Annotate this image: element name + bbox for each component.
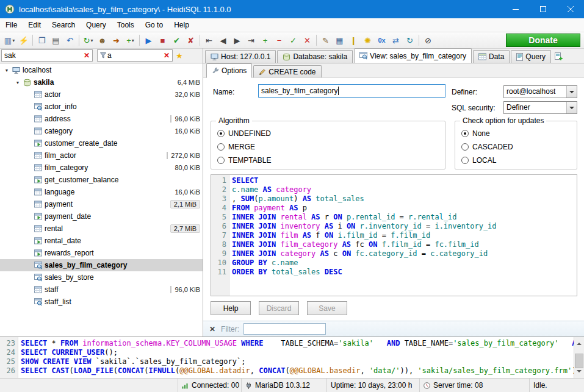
disconnect-button[interactable]: ⚡ <box>16 34 31 48</box>
text-filter-input[interactable]: a✕ <box>97 49 173 62</box>
close-filter-icon[interactable]: ✕ <box>208 325 217 333</box>
combo-arrow-icon[interactable] <box>566 102 577 113</box>
discard-button[interactable]: Discard <box>259 301 299 315</box>
save-button[interactable]: Save <box>307 301 347 315</box>
tree-expanded-icon[interactable]: ▼ <box>2 68 11 73</box>
tree-item-localhost[interactable]: ▼localhost <box>0 64 203 76</box>
stop-button[interactable]: ■ <box>156 34 170 48</box>
tree-item-get-customer-balance[interactable]: get_customer_balance <box>0 174 203 186</box>
tree-item-sales-by-film-category[interactable]: sales_by_film_category <box>0 259 203 271</box>
close-button[interactable] <box>557 0 584 18</box>
tree-item-rental-date[interactable]: rental_date <box>0 235 203 247</box>
tree-item-customer-create-date[interactable]: customer_create_date <box>0 137 203 149</box>
subtab-create-code[interactable]: CREATE code <box>253 65 321 77</box>
minimize-button[interactable] <box>502 0 529 18</box>
tree-expanded-icon[interactable]: ▼ <box>13 80 22 85</box>
tree-item-address[interactable]: address96,0 KiB <box>0 113 203 125</box>
edit-button[interactable]: ✎ <box>319 34 333 48</box>
post-button[interactable]: ✓ <box>286 34 300 48</box>
menu-query[interactable]: Query <box>81 18 112 32</box>
radio-temptable[interactable]: TEMPTABLE <box>217 156 271 165</box>
editor-filter-input[interactable] <box>243 323 326 335</box>
menu-file[interactable]: File <box>0 18 23 32</box>
menu-tools[interactable]: Tools <box>112 18 140 32</box>
menu-help[interactable]: Help <box>168 18 195 32</box>
last-record-button[interactable]: ⇥ <box>244 34 258 48</box>
view-icon <box>34 262 42 269</box>
view-body-sql-editor[interactable]: 1SELECT2c.name AS category3, SUM(p.amoun… <box>211 174 577 296</box>
tree-item-sales-by-store[interactable]: sales_by_store <box>0 271 203 283</box>
tree-item-staff-list[interactable]: staff_list <box>0 296 203 308</box>
insert-record-button[interactable]: + <box>258 34 272 48</box>
clear-filter-icon[interactable]: ✕ <box>162 51 171 60</box>
tree-item-staff[interactable]: staff96,0 KiB <box>0 283 203 296</box>
tree-item-film-category[interactable]: film_category80,0 KiB <box>0 162 203 174</box>
print-button[interactable]: ▤ <box>49 34 63 48</box>
tree-item-language[interactable]: language16,0 KiB <box>0 186 203 198</box>
menu-search[interactable]: Search <box>46 18 81 32</box>
subtab-options[interactable]: Options <box>206 63 252 78</box>
bulb-button[interactable]: ✺ <box>361 34 375 48</box>
user-manager-button[interactable]: ☻ <box>95 34 109 48</box>
tab-database-sakila[interactable]: Database: sakila <box>277 50 353 63</box>
tree-item-actor[interactable]: actor32,0 KiB <box>0 88 203 101</box>
donate-button[interactable]: Donate <box>506 34 580 47</box>
log-scrollbar[interactable] <box>574 337 584 378</box>
tab-data[interactable]: Data <box>473 50 510 63</box>
hex-button[interactable]: 0x <box>375 34 389 48</box>
clear-filter-icon[interactable]: ✕ <box>82 51 91 60</box>
export-button[interactable]: ➜ <box>109 34 123 48</box>
refresh-button[interactable]: ↻▾ <box>81 34 95 48</box>
grid-button[interactable]: ▦ <box>333 34 347 48</box>
scroll-up-icon[interactable] <box>577 340 582 345</box>
tree-item-payment[interactable]: payment2,1 MiB <box>0 198 203 210</box>
apply-button[interactable]: ✔ <box>170 34 184 48</box>
tree-item-sakila[interactable]: ▼sakila6,4 MiB <box>0 76 203 88</box>
new-query-tab-button[interactable] <box>552 50 565 63</box>
tree-item-rental[interactable]: rental2,7 MiB <box>0 223 203 235</box>
scroll-thumb[interactable] <box>575 354 583 368</box>
tab-view-sales-by-film-category[interactable]: View: sales_by_film_category <box>354 48 472 63</box>
radio-local[interactable]: LOCAL <box>461 156 496 165</box>
first-record-icon: ⇤ <box>206 37 212 45</box>
wrench-icon <box>212 67 219 74</box>
prev-record-button[interactable]: ◀ <box>216 34 230 48</box>
swap-button[interactable]: ⇄ <box>389 34 403 48</box>
tree-item-film-actor[interactable]: film_actor272,0 KiB <box>0 149 203 162</box>
tree-item-payment-date[interactable]: payment_date <box>0 210 203 223</box>
tab-query[interactable]: Query <box>511 50 551 63</box>
next-record-button[interactable]: ▶ <box>230 34 244 48</box>
highlighter-button[interactable]: ❙ <box>347 34 361 48</box>
combo-arrow-icon[interactable] <box>566 86 577 98</box>
cancel-button[interactable]: ✘ <box>184 34 198 48</box>
session-manager-button[interactable]: ▥▾ <box>2 34 16 48</box>
radio-none[interactable]: None <box>461 129 490 138</box>
delete-record-button[interactable]: − <box>272 34 286 48</box>
help-button[interactable]: Help <box>211 301 251 315</box>
revert-button[interactable]: ✕ <box>300 34 314 48</box>
menu-edit[interactable]: Edit <box>23 18 46 32</box>
scroll-down-icon[interactable] <box>577 370 582 375</box>
radio-undefined[interactable]: UNDEFINED <box>217 129 271 138</box>
maximize-button[interactable] <box>529 0 557 18</box>
view-name-input[interactable]: sales_by_film_category <box>258 84 445 98</box>
favorites-icon[interactable]: ★ <box>176 51 183 60</box>
menu-go-to[interactable]: Go to <box>140 18 168 32</box>
tree-item-rewards-report[interactable]: rewards_report <box>0 247 203 259</box>
first-record-button[interactable]: ⇤ <box>202 34 216 48</box>
tab-host-127-0-0-1[interactable]: Host: 127.0.0.1 <box>205 50 276 63</box>
add-object-button[interactable]: +▾ <box>123 34 137 48</box>
definer-combo[interactable]: root@localhost <box>503 85 577 98</box>
run-button[interactable]: ▶ <box>142 34 156 48</box>
abort-button[interactable]: ⊘ <box>421 34 435 48</box>
tree-item-category[interactable]: category16,0 KiB <box>0 125 203 137</box>
copy-button[interactable]: ❐ <box>35 34 49 48</box>
tree-filter-input[interactable]: sak✕ <box>1 49 93 62</box>
radio-cascaded[interactable]: CASCADED <box>461 143 513 151</box>
tree-item-actor-info[interactable]: actor_info <box>0 101 203 113</box>
radio-merge[interactable]: MERGE <box>217 143 255 151</box>
undo-button[interactable]: ↶ <box>63 34 77 48</box>
sql-security-combo[interactable]: Definer <box>503 101 577 114</box>
sql-log-panel[interactable]: 23SELECT * FROM information_schema.KEY_C… <box>0 337 584 378</box>
reload-button[interactable]: ↻ <box>403 34 417 48</box>
